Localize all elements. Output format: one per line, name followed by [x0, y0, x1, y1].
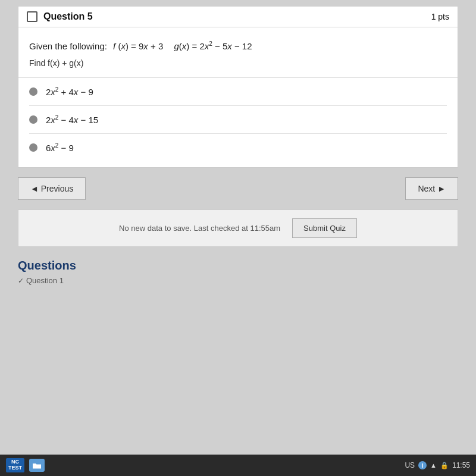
answer-option-2[interactable]: 2x2 − 4x − 15 — [29, 106, 447, 134]
question-text: Given the following: f (x) = 9x + 3 g(x)… — [29, 39, 447, 54]
question-title: Question 5 — [43, 11, 93, 22]
g-definition: g(x) = 2x2 − 5x − 12 — [174, 41, 252, 51]
questions-section: Questions ✓ Question 1 — [18, 259, 458, 285]
answer-text-3: 6x2 − 9 — [46, 142, 74, 153]
question-list-item-1[interactable]: ✓ Question 1 — [18, 276, 458, 285]
given-label: Given the following: — [29, 41, 107, 51]
submit-quiz-button[interactable]: Submit Quiz — [292, 218, 357, 238]
question-points: 1 pts — [431, 12, 449, 21]
taskbar-info-icon: i — [418, 461, 427, 469]
main-container: Question 5 1 pts Given the following: f … — [0, 0, 476, 476]
question-1-label: Question 1 — [26, 276, 64, 285]
taskbar-signal-icon: ▲ — [430, 462, 437, 469]
find-text: Find f(x) + g(x) — [29, 58, 447, 68]
radio-icon-2 — [29, 115, 37, 124]
nc-line2: TEST — [8, 465, 22, 471]
submit-status-text: No new data to save. Last checked at 11:… — [119, 224, 280, 233]
radio-icon-3 — [29, 143, 37, 152]
checkmark-icon-1: ✓ — [18, 277, 24, 285]
next-button[interactable]: Next ► — [405, 177, 458, 200]
radio-icon-1 — [29, 87, 37, 96]
taskbar-folder-icon[interactable] — [29, 459, 45, 472]
submit-bar: No new data to save. Last checked at 11:… — [18, 209, 458, 247]
taskbar-right: US i ▲ 🔒 11:55 — [405, 461, 470, 469]
question-body: Given the following: f (x) = 9x + 3 g(x)… — [18, 27, 458, 168]
nc-badge: NC TEST — [6, 458, 24, 472]
question-checkbox-icon — [27, 11, 37, 22]
taskbar-lock-icon: 🔒 — [440, 462, 449, 469]
question-header: Question 5 1 pts — [18, 6, 458, 27]
taskbar-us-label: US — [405, 461, 415, 469]
answer-option-3[interactable]: 6x2 − 9 — [29, 134, 447, 161]
previous-button[interactable]: ◄ Previous — [18, 177, 86, 200]
answer-option-1[interactable]: 2x2 + 4x − 9 — [29, 78, 447, 106]
f-definition: f (x) = 9x + 3 — [113, 41, 165, 51]
taskbar: NC TEST US i ▲ 🔒 11:55 — [0, 455, 476, 476]
answer-text-2: 2x2 − 4x − 15 — [46, 114, 98, 125]
taskbar-left: NC TEST — [6, 458, 45, 472]
answer-text-1: 2x2 + 4x − 9 — [46, 86, 93, 97]
nav-buttons: ◄ Previous Next ► — [18, 177, 458, 200]
taskbar-time: 11:55 — [452, 461, 470, 469]
questions-heading: Questions — [18, 259, 458, 273]
